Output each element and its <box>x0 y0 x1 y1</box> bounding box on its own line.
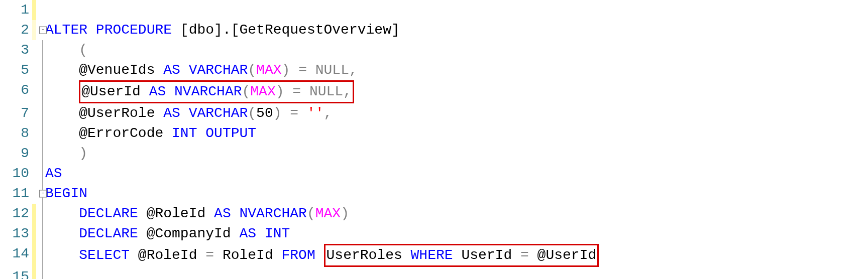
variable: @RoleId <box>130 247 205 263</box>
keyword: PROCEDURE <box>96 22 172 38</box>
type: VARCHAR <box>189 62 248 78</box>
gutter <box>32 0 45 20</box>
column: RoleId <box>214 247 281 263</box>
type: VARCHAR <box>189 105 248 121</box>
keyword: AS <box>149 84 166 99</box>
fold-toggle-icon[interactable] <box>39 27 47 34</box>
code-line[interactable]: AS <box>45 164 868 184</box>
punct: ) <box>282 62 290 78</box>
code-line[interactable]: ALTER PROCEDURE [dbo].[GetRequestOvervie… <box>45 20 868 40</box>
punct: , <box>324 105 333 121</box>
gutter <box>32 144 45 164</box>
punct: ( <box>242 84 250 99</box>
type: INT <box>172 125 197 141</box>
code-line[interactable]: ( <box>45 40 868 60</box>
keyword: AS <box>239 226 256 241</box>
line-number: 10 <box>0 164 32 184</box>
gutter <box>32 103 45 123</box>
gutter <box>32 184 45 204</box>
param: @UserId <box>81 84 149 99</box>
punct: ) <box>45 146 87 161</box>
keyword: MAX <box>250 84 275 99</box>
op: = <box>284 84 309 99</box>
code-line[interactable]: SELECT @RoleId = RoleId FROM UserRoles W… <box>45 244 868 267</box>
gutter <box>32 40 45 60</box>
code-line[interactable]: BEGIN <box>45 184 868 204</box>
punct: ) <box>273 105 282 121</box>
code-line[interactable] <box>45 0 868 20</box>
code-line[interactable]: @UserId AS NVARCHAR(MAX) = NULL, <box>45 80 868 103</box>
keyword: WHERE <box>411 247 453 263</box>
variable: @CompanyId <box>138 226 240 241</box>
variable: @RoleId <box>138 206 214 221</box>
gutter <box>32 20 45 40</box>
op: = <box>282 105 307 121</box>
column: UserId <box>453 247 520 263</box>
keyword: MAX <box>315 206 341 221</box>
code-line[interactable]: ) <box>45 144 868 164</box>
keyword: AS <box>163 105 180 121</box>
param: @ErrorCode <box>45 125 172 141</box>
param: @VenueIds <box>45 62 163 78</box>
line-number: 8 <box>0 123 32 144</box>
punct: ( <box>307 206 315 221</box>
table: UserRoles <box>327 247 411 263</box>
null: NULL <box>309 84 343 99</box>
op: = <box>520 247 529 263</box>
line-number: 1 <box>0 0 32 20</box>
line-number: 12 <box>0 204 32 224</box>
highlight-box: UserRoles WHERE UserId = @UserId <box>324 244 599 267</box>
number: 50 <box>256 105 273 121</box>
code-line[interactable]: DECLARE @RoleId AS NVARCHAR(MAX) <box>45 204 868 224</box>
gutter <box>32 244 45 267</box>
null: NULL <box>315 62 349 78</box>
keyword: AS <box>214 206 231 221</box>
type: NVARCHAR <box>240 206 307 221</box>
line-number: 6 <box>0 80 32 103</box>
code-editor[interactable]: 1 2 ALTER PROCEDURE [dbo].[GetRequestOve… <box>0 0 868 279</box>
keyword: BEGIN <box>45 186 87 201</box>
highlight-box: @UserId AS NVARCHAR(MAX) = NULL, <box>79 80 354 103</box>
type: INT <box>265 226 290 241</box>
keyword: OUTPUT <box>205 125 256 141</box>
keyword: MAX <box>256 62 281 78</box>
keyword: DECLARE <box>45 206 138 221</box>
line-number: 14 <box>0 244 32 267</box>
op: = <box>290 62 315 78</box>
punct: ) <box>341 206 349 221</box>
keyword: AS <box>45 166 62 181</box>
line-number: 7 <box>0 103 32 123</box>
line-number: 3 <box>0 40 32 60</box>
line-number: 9 <box>0 144 32 164</box>
string: '' <box>307 105 324 121</box>
punct: ) <box>276 84 284 99</box>
keyword: SELECT <box>45 247 130 263</box>
variable: @UserId <box>529 247 596 263</box>
line-number: 13 <box>0 224 32 244</box>
line-number: 11 <box>0 184 32 204</box>
punct: ( <box>248 105 256 121</box>
gutter <box>32 164 45 184</box>
code-line[interactable]: DECLARE @CompanyId AS INT <box>45 224 868 244</box>
punct: , <box>349 62 358 78</box>
gutter <box>32 204 45 224</box>
keyword: ALTER <box>45 22 87 38</box>
fold-toggle-icon[interactable] <box>39 190 47 198</box>
keyword: DECLARE <box>45 226 138 241</box>
code-line[interactable]: @ErrorCode INT OUTPUT <box>45 123 868 144</box>
keyword: FROM <box>282 247 315 263</box>
line-number: 15 <box>0 267 32 279</box>
gutter <box>32 80 45 103</box>
code-line[interactable] <box>45 267 868 279</box>
type: NVARCHAR <box>174 84 242 99</box>
param: @UserRole <box>45 105 163 121</box>
identifier: [dbo].[GetRequestOverview] <box>172 22 400 38</box>
gutter <box>32 267 45 279</box>
gutter <box>32 123 45 144</box>
code-line[interactable]: @UserRole AS VARCHAR(50) = '', <box>45 103 868 123</box>
code-line[interactable]: @VenueIds AS VARCHAR(MAX) = NULL, <box>45 60 868 80</box>
punct: , <box>343 84 352 99</box>
line-number: 5 <box>0 60 32 80</box>
keyword: AS <box>163 62 180 78</box>
punct: ( <box>248 62 256 78</box>
